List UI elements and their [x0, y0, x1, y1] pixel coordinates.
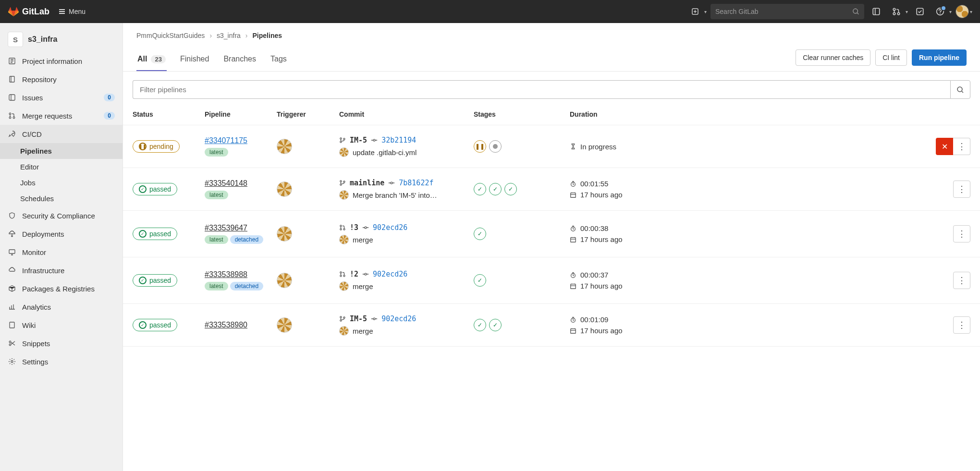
triggerer-avatar[interactable]	[277, 139, 292, 154]
help-dropdown[interactable]: ▾	[932, 3, 952, 20]
gitlab-logo[interactable]: GitLab	[8, 6, 49, 17]
filter-input[interactable]	[133, 80, 950, 99]
pipeline-row: ✓passed#333540148latest mainline 7b81622…	[123, 168, 980, 211]
brand-text: GitLab	[22, 7, 49, 17]
sidebar-sub-editor[interactable]: Editor	[0, 159, 122, 175]
todos-shortcut[interactable]	[912, 3, 928, 20]
sidebar-item-security[interactable]: Security & Compliance	[0, 206, 122, 225]
ref-name[interactable]: mainline	[350, 179, 384, 187]
stopwatch-icon	[570, 181, 576, 187]
hamburger-menu[interactable]: Menu	[53, 5, 90, 18]
commit-author-avatar[interactable]	[339, 190, 349, 200]
status-badge[interactable]: ✓passed	[133, 274, 177, 287]
merge-requests-shortcut[interactable]: ▾	[888, 3, 908, 20]
ref-name[interactable]: !3	[350, 223, 358, 232]
commit-message[interactable]: update .gitlab-ci.yml	[353, 148, 416, 157]
status-badge[interactable]: ❚❚pending	[133, 140, 180, 153]
triggerer-avatar[interactable]	[277, 317, 292, 333]
triggerer-avatar[interactable]	[277, 273, 292, 288]
sidebar-item-label: Deployments	[22, 230, 64, 238]
commit-author-avatar[interactable]	[339, 281, 349, 291]
tab-all[interactable]: All 23	[136, 48, 167, 71]
stage-passed[interactable]: ✓	[474, 319, 486, 331]
sidebar-item-issues[interactable]: Issues 0	[0, 88, 122, 107]
row-kebab-button[interactable]: ⋮	[953, 316, 970, 334]
stage-passed[interactable]: ✓	[489, 319, 502, 331]
search-input[interactable]	[715, 8, 852, 15]
pipeline-id-link[interactable]: #333540148	[205, 179, 247, 187]
ci-lint-button[interactable]: CI lint	[875, 49, 907, 66]
sidebar-sub-jobs[interactable]: Jobs	[0, 175, 122, 191]
row-kebab-button[interactable]: ⋮	[953, 225, 970, 242]
row-kebab-button[interactable]: ⋮	[953, 138, 970, 155]
sidebar-item-cicd[interactable]: CI/CD	[0, 125, 122, 143]
commit-author-avatar[interactable]	[339, 326, 349, 336]
crumb-group[interactable]: PmmQuickStartGuides	[136, 32, 205, 39]
sidebar-item-merge-requests[interactable]: Merge requests 0	[0, 107, 122, 125]
sidebar-item-analytics[interactable]: Analytics	[0, 298, 122, 316]
stage-passed[interactable]: ✓	[474, 228, 486, 240]
tab-finished[interactable]: Finished	[179, 48, 210, 71]
stage-pending[interactable]: ❚❚	[474, 140, 486, 153]
commit-sha[interactable]: 902ecd26	[373, 270, 407, 278]
sidebar-item-deployments[interactable]: Deployments	[0, 225, 122, 243]
sidebar-item-project-info[interactable]: Project information	[0, 52, 122, 70]
commit-message[interactable]: merge	[353, 282, 373, 290]
commit-message[interactable]: merge	[353, 236, 373, 244]
sidebar-item-settings[interactable]: Settings	[0, 352, 122, 371]
sidebar-item-snippets[interactable]: Snippets	[0, 334, 122, 352]
ref-name[interactable]: IM-5	[350, 136, 367, 145]
svg-rect-14	[9, 250, 15, 254]
crumb-project[interactable]: s3_infra	[217, 32, 241, 39]
hourglass-icon	[570, 143, 576, 150]
ref-name[interactable]: !2	[350, 270, 358, 278]
project-header[interactable]: S s3_infra	[0, 27, 122, 52]
sidebar-sub-schedules[interactable]: Schedules	[0, 191, 122, 206]
run-pipeline-button[interactable]: Run pipeline	[912, 49, 967, 66]
duration-text: 00:00:38	[580, 224, 608, 232]
stopwatch-icon	[570, 316, 576, 323]
ref-name[interactable]: IM-5	[350, 314, 367, 323]
clear-caches-button[interactable]: Clear runner caches	[796, 49, 870, 66]
cancel-pipeline-button[interactable]: ✕	[936, 138, 953, 155]
sidebar-item-monitor[interactable]: Monitor	[0, 243, 122, 261]
triggerer-avatar[interactable]	[277, 181, 292, 197]
status-badge[interactable]: ✓passed	[133, 228, 177, 240]
pipeline-id-link[interactable]: #334071175	[205, 136, 247, 145]
stage-passed[interactable]: ✓	[489, 183, 502, 195]
stage-passed[interactable]: ✓	[474, 274, 486, 287]
commit-sha[interactable]: 902ecd26	[373, 223, 407, 232]
tab-label: All	[137, 55, 147, 63]
sidebar-item-infrastructure[interactable]: Infrastructure	[0, 261, 122, 279]
stage-passed[interactable]: ✓	[504, 183, 517, 195]
commit-sha[interactable]: 32b21194	[381, 136, 416, 145]
row-kebab-button[interactable]: ⋮	[953, 272, 970, 289]
commit-author-avatar[interactable]	[339, 147, 349, 157]
user-menu[interactable]: ▾	[956, 5, 972, 18]
tab-branches[interactable]: Branches	[222, 48, 257, 71]
plus-dropdown[interactable]: ▾	[687, 3, 707, 20]
finished-text: 17 hours ago	[580, 191, 623, 199]
sidebar-item-packages[interactable]: Packages & Registries	[0, 279, 122, 298]
status-badge[interactable]: ✓passed	[133, 319, 177, 331]
stage-created[interactable]	[489, 140, 502, 153]
status-badge[interactable]: ✓passed	[133, 183, 177, 195]
commit-message[interactable]: merge	[353, 327, 373, 335]
filter-search-button[interactable]	[950, 80, 970, 99]
commit-sha[interactable]: 902ecd26	[381, 314, 416, 323]
global-search[interactable]	[710, 4, 864, 19]
commit-author-avatar[interactable]	[339, 235, 349, 244]
pipeline-id-link[interactable]: #333538980	[205, 321, 247, 329]
commit-message[interactable]: Merge branch 'IM-5' into…	[353, 191, 437, 199]
sidebar-sub-pipelines[interactable]: Pipelines	[0, 143, 122, 159]
tab-tags[interactable]: Tags	[270, 48, 288, 71]
sidebar-item-wiki[interactable]: Wiki	[0, 316, 122, 334]
pipeline-id-link[interactable]: #333539647	[205, 224, 247, 232]
commit-sha[interactable]: 7b81622f	[399, 179, 433, 187]
issues-shortcut[interactable]	[868, 3, 884, 20]
pipeline-id-link[interactable]: #333538988	[205, 270, 247, 278]
triggerer-avatar[interactable]	[277, 226, 292, 242]
stage-passed[interactable]: ✓	[474, 183, 486, 195]
sidebar-item-repository[interactable]: Repository	[0, 70, 122, 88]
row-kebab-button[interactable]: ⋮	[953, 181, 970, 198]
